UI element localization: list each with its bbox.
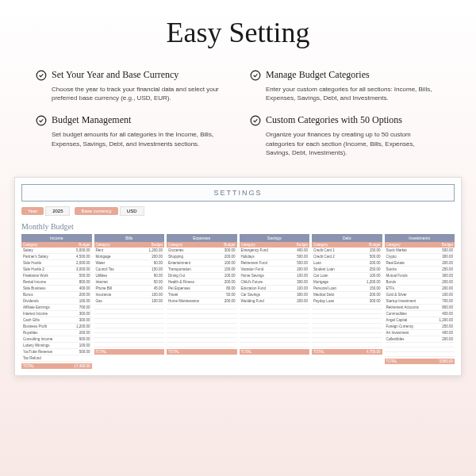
table-row: Education Fund100.00 <box>240 286 310 292</box>
table-row: Home Savings100.00 <box>240 273 310 279</box>
table-row: Mortgage1,200.00 <box>312 279 382 286</box>
table-row: Rent1,200.00 <box>94 248 165 254</box>
feature-item: Custom Categories with 50 OptionsOrganiz… <box>250 114 440 157</box>
budget-tables: IncomeCategoryBudgetSalary5,000.00Partne… <box>21 234 455 369</box>
table-row: Business Profit1,200.00 <box>21 324 92 330</box>
table-row: Mortgage200.00 <box>94 254 165 260</box>
svg-point-1 <box>251 71 260 80</box>
svg-point-3 <box>251 116 260 125</box>
budget-table: ExpensesCategoryBudgetGroceries300.00Sho… <box>167 234 237 369</box>
table-row: Retirement Fund500.00 <box>240 260 310 267</box>
table-row: Mutual Funds300.00 <box>385 273 455 279</box>
table-row: Student Loan250.00 <box>312 267 382 273</box>
table-row: Retirement Accounts800.00 <box>385 305 455 311</box>
feature-item: Budget ManagementSet budget amounts for … <box>36 114 226 157</box>
table-row: Insurance100.00 <box>94 292 165 298</box>
table-row: Utilities90.00 <box>94 273 165 279</box>
feature-desc: Set budget amounts for all categories in… <box>36 130 226 148</box>
table-head: Expenses <box>167 234 237 242</box>
table-total: TOTAL <box>94 349 165 355</box>
table-row: Council Tax150.00 <box>94 267 165 273</box>
table-row: Lottery Winnings100.00 <box>21 343 92 349</box>
table-row: Shopping200.00 <box>167 254 237 260</box>
feature-title: Set Your Year and Base Currency <box>52 69 178 81</box>
feature-item: Manage Budget CategoriesEnter your custo… <box>250 69 440 102</box>
table-row: Personal Loan150.00 <box>312 286 382 292</box>
table-row: Side Hustle2,000.00 <box>21 260 92 267</box>
table-row <box>94 343 165 347</box>
table-head: Bills <box>94 234 165 242</box>
currency-control[interactable]: Base currency USD <box>75 206 144 216</box>
table-row: Stock Market500.00 <box>385 248 455 254</box>
table-row: Affiliate Earnings700.00 <box>21 305 92 311</box>
table-row: Collectibles200.00 <box>385 336 455 343</box>
table-row: Phone Bill45.00 <box>94 286 165 292</box>
table-row: Wedding Fund200.00 <box>240 298 310 305</box>
table-row: Water90.00 <box>94 260 165 267</box>
table-row: Side Hustle 23,000.00 <box>21 267 92 273</box>
budget-table: InvestmentsCategoryBudgetStock Market500… <box>385 234 455 369</box>
table-row: Crypto300.00 <box>385 254 455 260</box>
check-icon <box>36 115 47 126</box>
settings-screenshot: SETTINGS Year 2025 Base currency USD Mon… <box>14 177 462 376</box>
table-row: Child's Future300.00 <box>240 279 310 286</box>
table-row: Bonds200.00 <box>385 279 455 286</box>
check-icon <box>250 115 261 126</box>
check-icon <box>250 70 261 81</box>
features-grid: Set Your Year and Base CurrencyChoose th… <box>0 69 476 157</box>
table-row: Emergency Fund400.00 <box>240 248 310 254</box>
table-row: Stocks250.00 <box>385 267 455 273</box>
table-total: TOTAL4,750.00 <box>312 349 382 355</box>
table-row <box>240 343 310 347</box>
feature-item: Set Your Year and Base CurrencyChoose th… <box>36 69 226 102</box>
monthly-budget-title: Monthly Budget <box>21 222 455 231</box>
table-total: TOTAL <box>240 349 310 355</box>
table-row: Car Loan100.00 <box>312 273 382 279</box>
table-row: Loan200.00 <box>312 260 382 267</box>
table-row: Startup Investment700.00 <box>385 298 455 305</box>
check-icon <box>36 70 47 81</box>
budget-table: SavingsCategoryBudgetEmergency Fund400.0… <box>240 234 310 369</box>
table-row: Interest Income300.00 <box>21 311 92 317</box>
table-row: Partner's Salary4,500.00 <box>21 254 92 260</box>
table-row: Freelance Work500.00 <box>21 273 92 279</box>
feature-title: Custom Categories with 50 Options <box>266 114 402 126</box>
table-row: Royalties200.00 <box>21 330 92 336</box>
table-row: Transportation150.00 <box>167 267 237 273</box>
table-row: Gold & Silver100.00 <box>385 292 455 298</box>
table-row: Travel50.00 <box>167 292 237 298</box>
table-head: Income <box>21 234 92 242</box>
table-row: Internet50.00 <box>94 279 165 286</box>
table-row: Cash Gifts300.00 <box>21 317 92 324</box>
svg-point-2 <box>36 116 46 125</box>
table-total: TOTAL <box>167 349 237 355</box>
feature-desc: Enter your custom categories for all sec… <box>250 85 440 102</box>
table-row: Dividends100.00 <box>21 298 92 305</box>
page-title: Easy Setting <box>0 0 476 69</box>
svg-point-0 <box>36 71 46 80</box>
table-row: Entertainment100.00 <box>167 260 237 267</box>
table-row: Credit Card 2500.00 <box>312 254 382 260</box>
table-row: Medical Debt200.00 <box>312 292 382 298</box>
table-row: Payday Loan300.00 <box>312 298 382 305</box>
table-row: Groceries300.00 <box>167 248 237 254</box>
year-control[interactable]: Year 2025 <box>21 206 70 216</box>
table-row <box>312 343 382 347</box>
table-row: YouTube Revenue500.00 <box>21 349 92 355</box>
table-row: Angel Capital1,200.00 <box>385 317 455 324</box>
feature-title: Manage Budget Categories <box>266 69 370 81</box>
table-total: TOTAL3,800.00 <box>385 359 455 364</box>
table-row: Foreign Currency250.00 <box>385 324 455 330</box>
table-row: Pet Expenses80.00 <box>167 286 237 292</box>
table-row: Art Investment400.00 <box>385 330 455 336</box>
table-row: ETFs200.00 <box>385 286 455 292</box>
table-row: Car Savings300.00 <box>240 292 310 298</box>
table-head: Savings <box>240 234 310 242</box>
table-row: Commodities400.00 <box>385 311 455 317</box>
table-head: Debt <box>312 234 382 242</box>
table-row: Rental Income800.00 <box>21 279 92 286</box>
table-row: Real Estate200.00 <box>385 260 455 267</box>
table-row: Dining Out100.00 <box>167 273 237 279</box>
feature-desc: Choose the year to track your financial … <box>36 85 226 102</box>
table-row <box>167 343 237 347</box>
